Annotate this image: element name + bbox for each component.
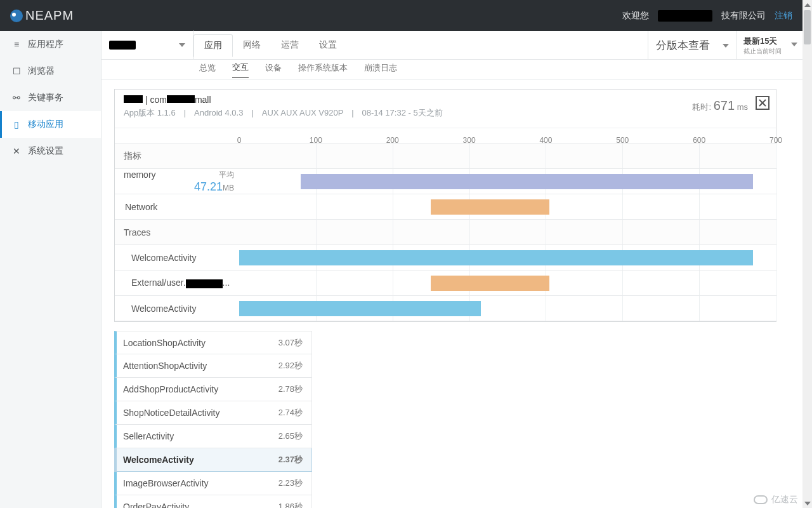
timeline-row-label: WelcomeActivity (115, 304, 239, 314)
timeline-row-label: memory平均47.21MB (115, 170, 239, 194)
close-icon[interactable] (756, 96, 769, 110)
time-range-select[interactable]: 最新15天 截止当前时间 (737, 31, 802, 60)
timeline-row-label: Traces (115, 227, 239, 237)
redacted-company (658, 10, 712, 22)
timeline-plot (239, 169, 776, 194)
timeline-row: External/user.... (115, 271, 776, 296)
logout-link[interactable]: 注销 (775, 10, 792, 22)
timeline-bar (431, 276, 549, 291)
timeline-row-label: External/user.... (115, 277, 239, 288)
sidebar-item-browser[interactable]: ☐ 浏览器 (0, 58, 101, 84)
timeline-row: WelcomeActivity (115, 245, 776, 271)
redacted-appname (109, 41, 136, 50)
welcome-text: 欢迎您 (622, 10, 649, 22)
scrollbar[interactable] (802, 0, 812, 508)
right-controls: 分版本查看 最新15天 截止当前时间 (648, 31, 802, 60)
scroll-thumb[interactable] (804, 10, 811, 44)
timeline-plot (239, 194, 776, 219)
subtab-crash[interactable]: 崩溃日志 (364, 62, 397, 77)
timeline-row: WelcomeActivity (115, 296, 776, 321)
chevron-down-icon (179, 43, 185, 47)
trace-panel: | commall App版本 1.1.6 | Android 4.0.3 | … (114, 89, 776, 322)
timeline-bar (431, 199, 549, 215)
activity-duration: 1.86秒 (278, 501, 303, 508)
activity-item[interactable]: OrderPayActivity1.86秒 (114, 495, 312, 508)
sidebar-item-label: 浏览器 (28, 65, 55, 77)
timeline-bar (301, 174, 753, 189)
version-select[interactable]: 分版本查看 (648, 31, 737, 60)
sub-tabs: 总览 交互 设备 操作系统版本 崩溃日志 (102, 60, 802, 80)
sidebar-item-mobile[interactable]: ▯ 移动应用 (0, 111, 101, 138)
app-selector[interactable] (102, 30, 193, 59)
activity-duration: 3.07秒 (278, 337, 303, 349)
chevron-down-icon (723, 44, 729, 48)
timeline-row: memory平均47.21MB (115, 169, 776, 194)
timeline-plot (239, 296, 776, 321)
logo[interactable]: NEAPM (9, 8, 74, 23)
activity-item[interactable]: ImageBrowserActivity2.23秒 (114, 472, 312, 495)
timeline-bar (239, 301, 481, 316)
tools-icon: ✕ (11, 146, 22, 156)
phone-icon: ▯ (11, 119, 22, 130)
redacted-segment (124, 95, 143, 103)
sidebar-item-label: 关键事务 (28, 92, 63, 104)
activity-name: SellerActivity (123, 431, 174, 441)
footer-brand: 亿速云 (754, 494, 798, 505)
activity-item[interactable]: WelcomeActivity2.37秒 (114, 448, 312, 472)
activity-item[interactable]: SellerActivity2.65秒 (114, 425, 312, 448)
activity-name: WelcomeActivity (123, 455, 194, 465)
activity-duration: 2.92秒 (278, 360, 303, 371)
activity-name: ShopNoticeDetailActivity (123, 408, 220, 418)
svg-point-1 (12, 13, 16, 17)
footer-brand-text: 亿速云 (771, 494, 798, 505)
panel-header: | commall App版本 1.1.6 | Android 4.0.3 | … (115, 90, 776, 124)
timeline-plot (239, 245, 776, 270)
activity-duration: 2.65秒 (278, 431, 303, 442)
timeline-section-header: 指标 (115, 144, 776, 169)
scroll-down-icon[interactable] (802, 498, 812, 508)
tabs-bar: 应用 网络 运营 设置 分版本查看 最新15天 截止当前时间 (102, 31, 802, 60)
tab-setting[interactable]: 设置 (309, 34, 347, 57)
activity-item[interactable]: AddShopProductActivity2.78秒 (114, 378, 312, 401)
activity-name: OrderPayActivity (123, 502, 189, 508)
timeline-row-label: Network (115, 202, 239, 212)
sidebar-item-transactions[interactable]: ⚯ 关键事务 (0, 84, 101, 111)
subtab-os[interactable]: 操作系统版本 (298, 62, 348, 77)
subtab-device[interactable]: 设备 (265, 62, 282, 77)
activity-duration: 2.78秒 (278, 384, 303, 395)
activity-item[interactable]: ShopNoticeDetailActivity2.74秒 (114, 401, 312, 425)
scroll-up-icon[interactable] (802, 0, 812, 10)
activity-duration: 2.74秒 (278, 407, 303, 418)
sidebar-item-settings[interactable]: ✕ 系统设置 (0, 138, 101, 164)
time-range-top: 最新15天 (743, 36, 796, 47)
content: | commall App版本 1.1.6 | Android 4.0.3 | … (102, 80, 802, 508)
tab-network[interactable]: 网络 (233, 34, 271, 57)
logo-icon (9, 8, 24, 23)
tab-app[interactable]: 应用 (193, 34, 233, 57)
tab-ops[interactable]: 运营 (271, 34, 309, 57)
activity-name: AddShopProductActivity (123, 384, 218, 394)
activity-item[interactable]: AttentionShopActivity2.92秒 (114, 354, 312, 378)
redacted-segment (186, 279, 223, 288)
topbar: NEAPM 欢迎您 技有限公司 注销 (0, 0, 802, 31)
time-range-bottom: 截止当前时间 (743, 47, 796, 56)
company-suffix: 技有限公司 (721, 10, 766, 22)
cost-label: 耗时: 671 ms (692, 98, 748, 113)
timeline-row-label: 指标 (115, 150, 239, 162)
timeline-plot (239, 271, 776, 295)
timeline-bar (239, 250, 753, 265)
timeline-section-header: Traces (115, 220, 776, 245)
activity-duration: 2.23秒 (278, 478, 303, 489)
version-label: 分版本查看 (656, 38, 710, 53)
sidebar-item-label: 应用程序 (28, 39, 63, 50)
timeline-row: Network (115, 194, 776, 220)
subtab-overview[interactable]: 总览 (199, 62, 216, 77)
panel-title: | commall (124, 95, 767, 105)
sidebar-item-apps[interactable]: ≡ 应用程序 (0, 31, 101, 58)
subtab-interaction[interactable]: 交互 (232, 62, 249, 78)
main: 应用 网络 运营 设置 分版本查看 最新15天 截止当前时间 总览 交互 设备 … (102, 31, 802, 508)
cost-value: 671 (714, 98, 735, 112)
activity-item[interactable]: LocationShopActivity3.07秒 (114, 331, 312, 354)
activity-duration: 2.37秒 (278, 454, 303, 465)
main-tabs: 应用 网络 运营 设置 (193, 30, 347, 59)
